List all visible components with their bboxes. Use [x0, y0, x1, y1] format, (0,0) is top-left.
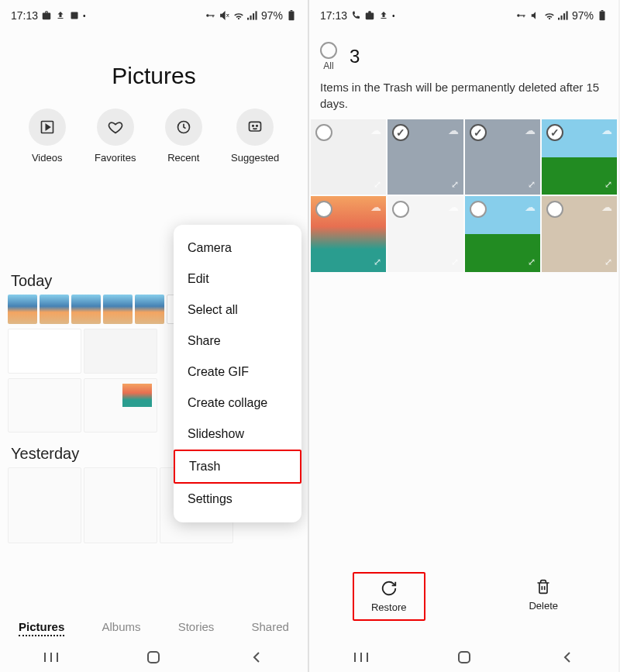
- image-icon: [69, 10, 80, 21]
- bag-icon: [364, 10, 375, 21]
- photo-thumb[interactable]: [40, 295, 69, 324]
- tab-stories[interactable]: Stories: [178, 620, 215, 636]
- nav-back[interactable]: [558, 648, 577, 667]
- tab-shared[interactable]: Shared: [252, 620, 289, 636]
- delete-label: Delete: [529, 600, 558, 612]
- trash-thumb[interactable]: ☁ ⤢: [311, 119, 386, 195]
- vpn-icon: [205, 10, 216, 21]
- svg-rect-16: [148, 652, 159, 663]
- select-circle[interactable]: [315, 201, 332, 218]
- cloud-icon: ☁: [601, 201, 612, 213]
- svg-rect-18: [558, 18, 560, 20]
- quick-label: Suggested: [231, 152, 279, 164]
- select-circle[interactable]: [315, 124, 332, 141]
- photo-thumb[interactable]: [8, 467, 81, 543]
- status-dot: •: [392, 12, 395, 20]
- trash-info-text: Items in the Trash will be permanently d…: [309, 76, 618, 119]
- quick-suggested[interactable]: Suggested: [231, 109, 279, 164]
- quick-label: Recent: [167, 152, 199, 164]
- svg-rect-20: [563, 13, 565, 19]
- trash-thumb[interactable]: ☁ ⤢: [542, 119, 617, 195]
- select-circle[interactable]: [470, 201, 487, 218]
- battery-icon: [286, 10, 297, 21]
- trash-header: All 3: [309, 28, 618, 76]
- menu-camera[interactable]: Camera: [174, 233, 301, 264]
- cloud-icon: ☁: [370, 124, 381, 136]
- menu-trash[interactable]: Trash: [174, 450, 301, 484]
- svg-rect-5: [255, 11, 257, 19]
- nav-home[interactable]: [455, 648, 474, 667]
- cloud-icon: ☁: [525, 201, 536, 213]
- photo-thumb[interactable]: [135, 295, 164, 324]
- vpn-icon: [516, 10, 527, 21]
- trash-thumb[interactable]: ☁ ⤢: [465, 119, 540, 195]
- menu-create-gif[interactable]: Create GIF: [174, 357, 301, 388]
- photo-thumb[interactable]: [71, 295, 101, 324]
- quick-recent[interactable]: Recent: [165, 109, 202, 164]
- bag-icon: [41, 10, 52, 21]
- battery-text: 97%: [572, 9, 594, 22]
- svg-rect-0: [71, 12, 78, 19]
- page-title: Pictures: [0, 63, 308, 89]
- status-time: 17:13: [11, 9, 38, 22]
- svg-rect-19: [560, 16, 562, 20]
- expand-icon: ⤢: [374, 257, 381, 267]
- svg-point-17: [517, 14, 520, 17]
- photo-thumb[interactable]: [103, 295, 133, 324]
- menu-edit[interactable]: Edit: [174, 264, 301, 295]
- menu-select-all[interactable]: Select all: [174, 295, 301, 326]
- trash-thumb[interactable]: ☁ ⤢: [542, 196, 617, 271]
- status-dot: •: [83, 12, 86, 20]
- delete-button[interactable]: Delete: [512, 572, 575, 621]
- trash-icon: [536, 578, 551, 595]
- upload-icon: [55, 10, 66, 21]
- overflow-menu: Camera Edit Select all Share Create GIF …: [174, 225, 301, 522]
- quick-favorites[interactable]: Favorites: [95, 109, 136, 164]
- expand-icon: ⤢: [528, 179, 536, 190]
- svg-point-12: [257, 126, 258, 127]
- photo-thumb[interactable]: [8, 329, 81, 374]
- menu-share[interactable]: Share: [174, 326, 301, 357]
- svg-rect-21: [566, 11, 567, 19]
- nav-recents[interactable]: [42, 648, 60, 667]
- trash-thumb[interactable]: ☁ ⤢: [388, 119, 463, 195]
- nav-back[interactable]: [247, 648, 266, 667]
- photo-thumb[interactable]: [8, 378, 81, 432]
- menu-settings[interactable]: Settings: [174, 484, 301, 515]
- photo-thumb[interactable]: [8, 295, 37, 324]
- phone-right: 17:13 • 97%: [309, 0, 618, 672]
- trash-thumb[interactable]: ☁ ⤢: [311, 196, 386, 271]
- tab-pictures[interactable]: Pictures: [19, 620, 64, 636]
- cloud-icon: ☁: [370, 201, 381, 213]
- select-circle[interactable]: [392, 201, 409, 218]
- photo-thumb[interactable]: [84, 329, 157, 374]
- select-circle[interactable]: [392, 124, 409, 141]
- trash-actions: Restore Delete: [309, 566, 618, 627]
- svg-point-1: [206, 14, 209, 17]
- expand-icon: ⤢: [451, 179, 459, 190]
- quick-videos[interactable]: Videos: [29, 109, 66, 164]
- phone-icon: [350, 10, 361, 21]
- select-circle[interactable]: [546, 201, 563, 218]
- trash-thumb[interactable]: ☁ ⤢: [388, 196, 463, 271]
- restore-button[interactable]: Restore: [353, 572, 425, 621]
- menu-slideshow[interactable]: Slideshow: [174, 419, 301, 450]
- signal-icon: [247, 10, 258, 21]
- svg-rect-6: [289, 11, 294, 20]
- svg-rect-2: [247, 18, 249, 20]
- bottom-tabs: Pictures Albums Stories Shared: [0, 614, 308, 643]
- select-all-circle[interactable]: [320, 42, 337, 59]
- tab-albums[interactable]: Albums: [102, 620, 140, 636]
- all-label: All: [323, 60, 333, 71]
- menu-create-collage[interactable]: Create collage: [174, 388, 301, 419]
- photo-thumb[interactable]: [84, 378, 157, 432]
- wifi-icon: [544, 10, 555, 21]
- photo-thumb[interactable]: [84, 467, 157, 543]
- cloud-icon: ☁: [448, 124, 459, 136]
- quick-row: Videos Favorites Recent Suggested: [0, 109, 308, 179]
- select-circle[interactable]: [470, 124, 487, 141]
- nav-recents[interactable]: [352, 648, 370, 667]
- select-circle[interactable]: [546, 124, 563, 141]
- nav-home[interactable]: [144, 648, 163, 667]
- trash-thumb[interactable]: ☁ ⤢: [465, 196, 540, 271]
